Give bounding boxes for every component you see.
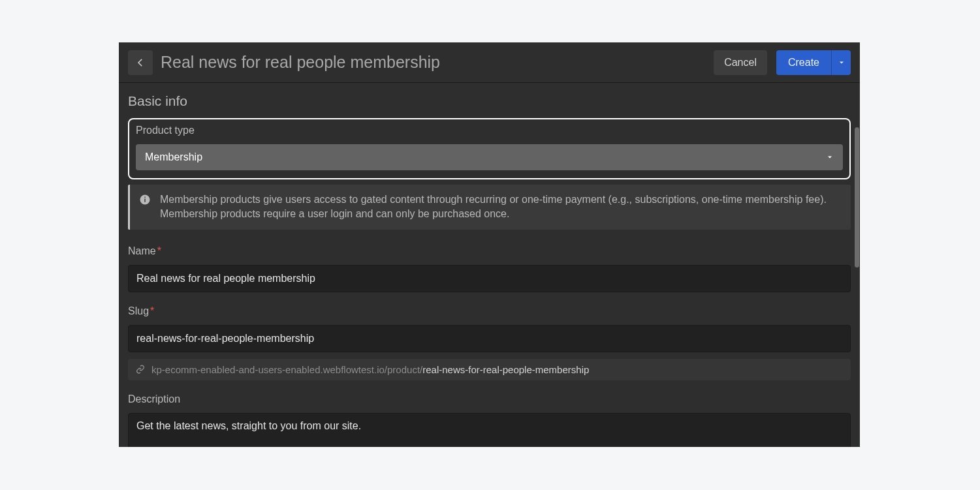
product-type-label: Product type — [136, 125, 843, 136]
cancel-button[interactable]: Cancel — [714, 50, 767, 75]
caret-down-icon — [826, 153, 834, 161]
slug-label-text: Slug — [128, 305, 149, 316]
create-button-group: Create — [776, 50, 851, 75]
info-text: Membership products give users access to… — [160, 192, 842, 222]
header-actions: Cancel Create — [714, 50, 851, 75]
section-title: Basic info — [128, 93, 851, 109]
chevron-down-icon — [838, 59, 846, 67]
scrollbar-thumb[interactable] — [855, 127, 859, 268]
slug-field-group: Slug* kp-ecomm-enabled-and-users-enabled… — [128, 305, 851, 380]
required-indicator: * — [157, 245, 161, 256]
url-preview-text: kp-ecomm-enabled-and-users-enabled.webfl… — [151, 364, 589, 375]
url-slug: real-news-for-real-people-membership — [422, 364, 589, 375]
name-label: Name* — [128, 245, 851, 257]
back-button[interactable] — [128, 50, 153, 75]
panel-body: Basic info Product type Membership Membe… — [119, 83, 860, 447]
description-field-group: Description — [128, 393, 851, 447]
slug-input[interactable] — [128, 325, 851, 352]
create-button[interactable]: Create — [776, 50, 831, 75]
description-label: Description — [128, 393, 851, 405]
panel-header: Real news for real people membership Can… — [119, 42, 860, 83]
name-label-text: Name — [128, 245, 156, 256]
url-base: kp-ecomm-enabled-and-users-enabled.webfl… — [151, 364, 422, 375]
page-title: Real news for real people membership — [161, 53, 714, 72]
slug-label: Slug* — [128, 305, 851, 317]
product-type-select[interactable]: Membership — [136, 144, 843, 170]
url-preview: kp-ecomm-enabled-and-users-enabled.webfl… — [128, 359, 851, 380]
description-input[interactable] — [128, 413, 851, 447]
link-icon — [136, 365, 145, 374]
product-editor-panel: Real news for real people membership Can… — [119, 42, 860, 447]
required-indicator: * — [150, 305, 154, 316]
svg-rect-2 — [144, 197, 146, 198]
product-type-highlight: Product type Membership — [128, 118, 851, 179]
product-type-value: Membership — [145, 151, 202, 163]
name-input[interactable] — [128, 265, 851, 292]
info-callout: Membership products give users access to… — [128, 185, 851, 230]
create-dropdown-button[interactable] — [831, 50, 851, 75]
arrow-left-icon — [134, 57, 146, 69]
info-icon — [139, 194, 151, 206]
svg-rect-1 — [144, 199, 146, 202]
name-field-group: Name* — [128, 245, 851, 292]
